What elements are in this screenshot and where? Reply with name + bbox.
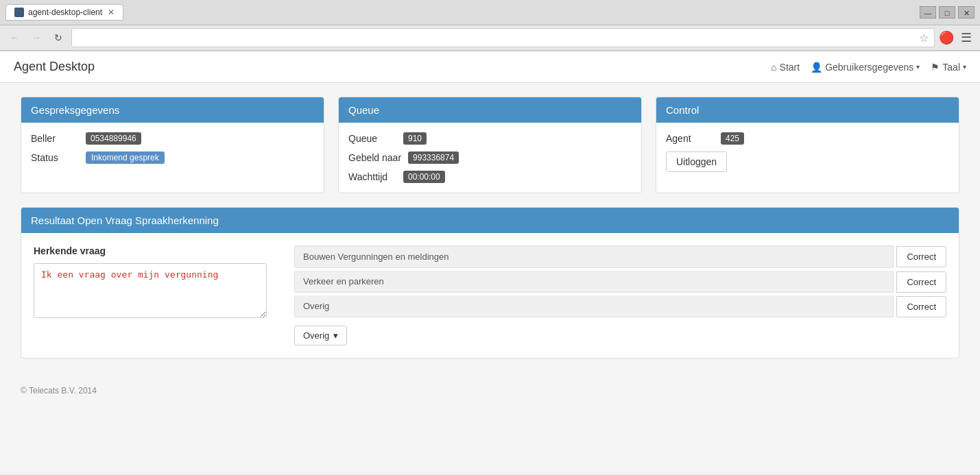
- status-label: Status: [31, 152, 79, 163]
- queue-row: Queue 910: [348, 132, 632, 145]
- navbar: Agent Desktop ⌂ Start 👤 Gebruikersgegeve…: [0, 51, 980, 83]
- start-link[interactable]: ⌂ Start: [771, 62, 800, 73]
- dropdown-label: Overig: [303, 330, 329, 341]
- herkende-vraag-title: Herkende vraag: [34, 245, 267, 256]
- result-left: Herkende vraag: [34, 245, 267, 320]
- agent-value: 425: [721, 132, 744, 145]
- flag-icon: ⚑: [931, 62, 940, 73]
- queue-card: Queue Queue 910 Gebeld naar 993336874 Wa…: [338, 97, 642, 193]
- address-input[interactable]: [77, 33, 916, 43]
- copyright-text: © Telecats B.V. 2014: [21, 386, 97, 395]
- result-label-1: Verkeer en parkeren: [294, 271, 894, 293]
- beller-row: Beller 0534889946: [31, 132, 314, 145]
- uitloggen-button[interactable]: Uitloggen: [666, 151, 727, 172]
- gespreksgegevens-header: Gespreksgegevens: [21, 97, 324, 123]
- wachttijd-label: Wachttijd: [348, 171, 396, 182]
- queue-header: Queue: [339, 97, 641, 123]
- gespreksgegevens-card: Gespreksgegevens Beller 0534889946 Statu…: [21, 97, 324, 193]
- browser-tab-title: agent-desktop-client: [28, 8, 102, 17]
- control-header: Control: [656, 97, 959, 123]
- uitloggen-row: Uitloggen: [666, 151, 949, 172]
- correct-button-1[interactable]: Correct: [896, 271, 946, 293]
- gebeld-naar-label: Gebeld naar: [348, 152, 401, 163]
- home-icon: ⌂: [771, 62, 776, 73]
- result-row-2: Overig Correct: [294, 295, 946, 317]
- wachttijd-value: 00:00:00: [403, 171, 445, 183]
- browser-toolbar: ← → ↻ ☆ 🔴 ☰: [0, 25, 980, 51]
- user-icon: 👤: [811, 62, 822, 73]
- cards-row: Gespreksgegevens Beller 0534889946 Statu…: [21, 97, 959, 193]
- status-row: Status Inkomend gesprek: [31, 151, 314, 164]
- navbar-right: ⌂ Start 👤 Gebruikersgegevens ▾ ⚑ Taal ▾: [771, 62, 966, 73]
- main-content: Gespreksgegevens Beller 0534889946 Statu…: [0, 83, 980, 372]
- queue-value: 910: [403, 132, 427, 145]
- minimize-button[interactable]: —: [920, 6, 936, 19]
- agent-row: Agent 425: [666, 132, 949, 145]
- control-body: Agent 425 Uitloggen: [656, 123, 959, 182]
- result-rows: Bouwen Vergunningen en meldingen Correct…: [294, 245, 946, 317]
- wachttijd-row: Wachttijd 00:00:00: [348, 171, 632, 183]
- queue-body: Queue 910 Gebeld naar 993336874 Wachttij…: [339, 123, 641, 193]
- menu-button[interactable]: ☰: [958, 30, 975, 45]
- result-row-0: Bouwen Vergunningen en meldingen Correct: [294, 245, 946, 268]
- extension-icon[interactable]: 🔴: [939, 30, 954, 45]
- browser-chrome: agent-desktop-client ✕ — □ ✕ ← → ↻ ☆ 🔴 ☰: [0, 0, 980, 51]
- user-caret: ▾: [916, 63, 920, 71]
- browser-tab[interactable]: agent-desktop-client ✕: [5, 4, 123, 21]
- user-link[interactable]: 👤 Gebruikersgegevens ▾: [811, 62, 920, 73]
- result-row-1: Verkeer en parkeren Correct: [294, 271, 946, 293]
- beller-label: Beller: [31, 133, 79, 144]
- forward-button[interactable]: →: [27, 29, 45, 47]
- status-value: Inkomend gesprek: [86, 151, 165, 164]
- browser-tab-close[interactable]: ✕: [108, 8, 115, 17]
- footer: © Telecats B.V. 2014: [0, 372, 980, 409]
- result-label-0: Bouwen Vergunningen en meldingen: [294, 245, 894, 268]
- gebeld-naar-value: 993336874: [408, 151, 459, 164]
- maximize-button[interactable]: □: [939, 6, 955, 19]
- control-card: Control Agent 425 Uitloggen: [656, 97, 959, 193]
- language-link[interactable]: ⚑ Taal ▾: [931, 62, 966, 73]
- dropdown-caret-icon: ▾: [333, 330, 338, 341]
- result-right: Bouwen Vergunningen en meldingen Correct…: [294, 245, 946, 345]
- address-bar[interactable]: ☆: [71, 28, 935, 47]
- overig-dropdown[interactable]: Overig ▾: [294, 326, 347, 345]
- correct-button-0[interactable]: Correct: [896, 246, 946, 267]
- refresh-button[interactable]: ↻: [49, 29, 67, 47]
- navbar-brand: Agent Desktop: [14, 60, 95, 74]
- result-header: Resultaat Open Vraag Spraakherkenning: [21, 208, 959, 233]
- gespreksgegevens-body: Beller 0534889946 Status Inkomend gespre…: [21, 123, 324, 173]
- page-wrapper: Agent Desktop ⌂ Start 👤 Gebruikersgegeve…: [0, 51, 980, 472]
- recognized-text-area[interactable]: [34, 263, 267, 318]
- result-body: Herkende vraag Bouwen Vergunningen en me…: [21, 233, 959, 358]
- result-section: Resultaat Open Vraag Spraakherkenning He…: [21, 207, 959, 358]
- close-button[interactable]: ✕: [958, 6, 975, 19]
- gebeld-naar-row: Gebeld naar 993336874: [348, 151, 632, 164]
- agent-label: Agent: [666, 133, 714, 144]
- result-label-2: Overig: [294, 295, 894, 317]
- beller-value: 0534889946: [86, 132, 141, 145]
- window-controls: — □ ✕: [920, 6, 975, 19]
- browser-favicon: [14, 8, 24, 17]
- language-caret: ▾: [963, 63, 966, 71]
- back-button[interactable]: ←: [5, 29, 23, 47]
- queue-label: Queue: [348, 133, 396, 144]
- browser-titlebar: agent-desktop-client ✕ — □ ✕: [0, 0, 980, 25]
- bookmark-icon[interactable]: ☆: [919, 32, 929, 45]
- correct-button-2[interactable]: Correct: [896, 296, 946, 317]
